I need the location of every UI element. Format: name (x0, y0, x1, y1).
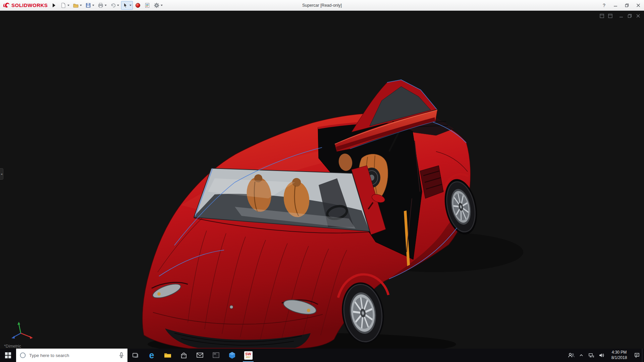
ds-logo-icon (3, 2, 10, 9)
action-center-button[interactable] (632, 349, 642, 362)
file-explorer-icon (164, 351, 172, 359)
solidworks-2017-icon: SW 2017 (244, 351, 253, 360)
y-axis-arrow (17, 322, 20, 325)
cortana-icon (19, 352, 26, 359)
restore-button[interactable] (621, 0, 633, 10)
options-button[interactable] (152, 1, 164, 10)
open-folder-icon (73, 2, 79, 8)
doc-restore-icon (627, 13, 632, 18)
dropdown-caret-icon (105, 5, 107, 6)
doc-close-button[interactable] (636, 13, 641, 18)
task-view-icon (132, 352, 139, 359)
windows-taskbar: e SW 2017 (0, 349, 644, 362)
edrawings-icon (228, 351, 236, 359)
clock-date: 8/1/2018 (611, 355, 627, 361)
solidworks-logo: SOLIDWORKS (0, 0, 51, 10)
network-button[interactable] (586, 349, 596, 362)
mail-icon (196, 351, 204, 359)
doc-tab-button[interactable] (599, 13, 604, 18)
supercar-model[interactable] (0, 11, 644, 349)
taskbar-app-snip-window[interactable] (208, 349, 224, 362)
clock-time: 4:30 PM (612, 350, 627, 355)
brand-text: SOLIDWORKS (11, 2, 48, 8)
doc-window-icon (599, 13, 604, 18)
appearance-sphere-icon (135, 2, 141, 8)
windows-logo-icon (5, 352, 11, 358)
print-icon (98, 2, 104, 8)
doc-minimize-button[interactable] (619, 13, 624, 18)
microphone-icon[interactable] (119, 352, 124, 359)
display-report-icon (144, 2, 150, 8)
select-cursor-icon (122, 2, 128, 8)
quick-toolbar (59, 1, 164, 10)
start-button[interactable] (0, 349, 16, 362)
system-tray: 4:30 PM 8/1/2018 (566, 349, 644, 362)
minimize-icon (613, 3, 618, 7)
close-button[interactable] (633, 0, 644, 10)
save-button[interactable] (84, 1, 96, 10)
taskbar-app-edrawings[interactable] (224, 349, 240, 362)
undo-icon (110, 2, 116, 8)
titlebar: SOLIDWORKS (0, 0, 644, 11)
help-glyph: ? (603, 3, 605, 8)
taskbar-app-mail[interactable] (192, 349, 208, 362)
close-icon (636, 3, 640, 7)
display-report-button[interactable] (143, 1, 152, 10)
dropdown-caret-icon (161, 5, 163, 6)
document-window-controls (599, 13, 641, 18)
taskbar-search[interactable] (16, 349, 127, 362)
doc-tab-button[interactable] (608, 13, 613, 18)
feature-pane-toggle[interactable]: ◂ (0, 168, 3, 180)
taskbar-app-store[interactable] (176, 349, 192, 362)
dropdown-caret-icon (80, 5, 82, 6)
orientation-triad[interactable] (5, 320, 36, 341)
x-axis-arrow (30, 336, 33, 339)
taskbar-clock[interactable]: 4:30 PM 8/1/2018 (606, 349, 632, 362)
new-document-button[interactable] (59, 1, 71, 10)
graphics-viewport[interactable]: *Dimetric ◂ (0, 11, 644, 349)
minimize-button[interactable] (610, 0, 621, 10)
taskbar-app-file-explorer[interactable] (160, 349, 176, 362)
dropdown-caret-icon (67, 5, 69, 6)
view-orientation-label: *Dimetric (4, 344, 21, 349)
chevron-up-icon (579, 353, 584, 358)
new-document-icon (60, 2, 66, 8)
z-axis-arrow (11, 336, 15, 339)
dark-window-icon (212, 351, 220, 359)
edge-icon: e (149, 351, 154, 360)
doc-window-icon (608, 13, 613, 18)
search-input[interactable] (29, 353, 116, 358)
gear-icon (154, 2, 160, 8)
doc-minimize-icon (619, 13, 624, 18)
open-button[interactable] (71, 1, 83, 10)
taskbar-app-edge[interactable]: e (144, 349, 160, 362)
window-controls: ? (598, 0, 644, 10)
undo-button[interactable] (109, 1, 120, 10)
appearance-button[interactable] (133, 1, 142, 10)
dropdown-caret-icon (117, 5, 119, 6)
people-button[interactable] (566, 349, 576, 362)
doc-restore-button[interactable] (627, 13, 632, 18)
people-icon (568, 352, 575, 359)
hidden-icons-button[interactable] (576, 349, 586, 362)
action-center-icon (634, 352, 640, 358)
dropdown-caret-icon (129, 5, 131, 6)
hood-emblem (230, 305, 233, 309)
volume-button[interactable] (596, 349, 606, 362)
network-icon (588, 352, 594, 358)
show-desktop-button[interactable] (642, 349, 644, 362)
speaker-icon (598, 352, 604, 358)
print-button[interactable] (96, 1, 108, 10)
restore-icon (625, 3, 629, 7)
menu-flyout-button[interactable] (51, 2, 57, 9)
store-bag-icon (180, 352, 187, 359)
doc-close-icon (636, 13, 641, 18)
help-button[interactable]: ? (598, 0, 610, 10)
save-icon (85, 2, 91, 8)
task-view-button[interactable] (127, 349, 144, 362)
select-tool-button[interactable] (121, 1, 133, 10)
dropdown-caret-icon (92, 5, 94, 6)
flyout-arrow-icon (53, 3, 55, 7)
taskbar-app-solidworks-2017[interactable]: SW 2017 (240, 349, 256, 362)
